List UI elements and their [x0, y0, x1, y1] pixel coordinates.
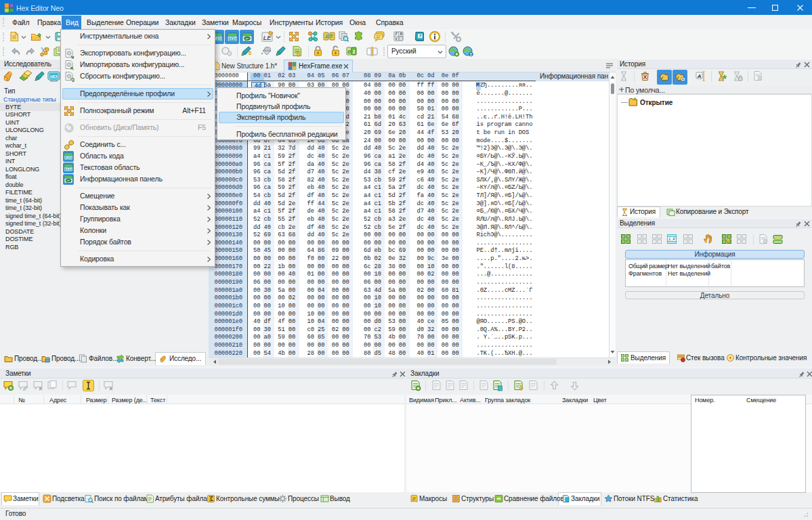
svg-text:?: ? [419, 34, 421, 39]
svg-text:1..F: 1..F [668, 237, 675, 241]
svg-text:1: 1 [352, 49, 356, 55]
svg-text:TXT: TXT [228, 37, 236, 41]
svg-text:0: 0 [347, 49, 351, 55]
svg-text:TXT: TXT [66, 167, 72, 171]
svg-text:LE: LE [263, 35, 272, 41]
svg-text:IFO: IFO [66, 156, 71, 159]
svg-text:A: A [697, 73, 702, 79]
svg-text:B: B [400, 32, 402, 36]
